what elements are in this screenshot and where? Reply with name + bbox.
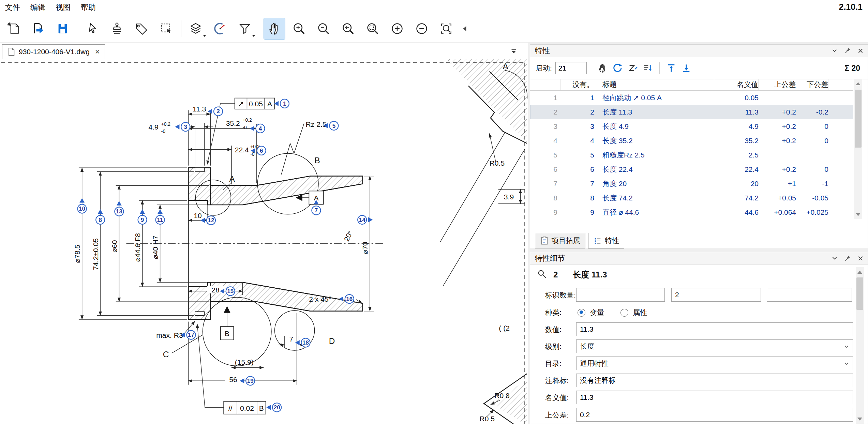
move-top-button[interactable] <box>664 61 679 76</box>
tab-close-icon[interactable]: × <box>95 48 100 56</box>
close-icon[interactable] <box>857 47 864 55</box>
gauge-tool-button[interactable] <box>209 18 231 40</box>
balloon-8[interactable]: 8 <box>96 209 105 224</box>
new-document-button[interactable] <box>3 18 25 40</box>
refresh-button[interactable] <box>610 61 625 76</box>
table-row[interactable]: 66长度 22.422.4+0.20 <box>530 162 853 177</box>
zoom-fit-button[interactable] <box>435 18 457 40</box>
tab-list-dropdown-button[interactable] <box>509 47 518 57</box>
scroll-up-icon[interactable] <box>856 267 864 277</box>
select-cursor-button[interactable] <box>81 18 103 40</box>
col-lower[interactable]: 下公差 <box>796 79 828 90</box>
balloon-20[interactable]: 20 <box>266 403 281 412</box>
pan-tool-button[interactable] <box>264 18 285 40</box>
table-row[interactable]: 11径向跳动 ↗ 0.05 A0.05 <box>530 91 853 105</box>
drawing-canvas[interactable]: A B C D A B ↗ 0.05 A // <box>0 59 528 424</box>
balloon-18[interactable]: 18 <box>295 338 310 347</box>
row-upper: +0.064 <box>759 205 796 219</box>
menu-view[interactable]: 视图 <box>50 1 76 14</box>
table-row[interactable]: 44长度 35.235.2+0.20 <box>530 134 853 148</box>
zoom-previous-button[interactable] <box>337 18 359 40</box>
balloon-9[interactable]: 9 <box>138 209 147 224</box>
tab-project-extension[interactable]: 项目拓展 <box>535 233 585 248</box>
tab-characteristics[interactable]: 特性 <box>588 233 624 248</box>
balloon-2[interactable]: 2 <box>208 107 223 116</box>
layers-button[interactable] <box>185 18 207 40</box>
row-no: 1 <box>561 91 598 105</box>
table-row-selected[interactable]: 22长度 11.311.3+0.2-0.2 <box>530 105 853 119</box>
col-title[interactable]: 标题 <box>598 79 714 90</box>
id-count-input-1[interactable] <box>576 288 665 302</box>
field-label: 数值: <box>545 325 562 334</box>
right-dock: 特性 启动: <box>528 43 868 424</box>
svg-text:15: 15 <box>227 288 234 294</box>
marquee-select-button[interactable] <box>155 18 177 40</box>
zoom-window-button[interactable] <box>362 18 384 40</box>
toolbar-overflow-button[interactable] <box>460 18 469 40</box>
balloon-4[interactable]: 4 <box>250 124 265 133</box>
annotation-input[interactable] <box>576 374 853 387</box>
tag-tool-button[interactable] <box>131 18 152 40</box>
balloon-12[interactable]: 12 <box>200 216 215 225</box>
balloon-13[interactable]: 13 <box>115 201 123 216</box>
document-tab[interactable]: 930-1200-406-V1.dwg × <box>2 44 105 59</box>
scroll-down-icon[interactable] <box>856 414 864 424</box>
scroll-down-icon[interactable] <box>854 210 862 219</box>
balloon-3[interactable]: 3 <box>175 122 190 131</box>
rename-tool-button[interactable] <box>625 61 640 76</box>
decrease-button[interactable] <box>411 18 433 40</box>
attribute-radio[interactable] <box>620 309 628 317</box>
col-no[interactable]: 没有。 <box>561 79 598 90</box>
filter-button[interactable] <box>234 18 256 40</box>
item-number: 2 <box>553 270 558 279</box>
row-no: 3 <box>561 119 598 134</box>
balloon-14[interactable]: 14 <box>358 215 373 224</box>
nominal-input[interactable] <box>576 391 853 404</box>
balloon-10[interactable]: 10 <box>78 198 87 213</box>
pin-icon[interactable] <box>844 47 851 55</box>
scrollbar-thumb[interactable] <box>855 90 862 148</box>
increase-button[interactable] <box>386 18 408 40</box>
attribute-radio-label[interactable]: 属性 <box>633 308 647 316</box>
table-row[interactable]: 88长度 74.274.2+0.05-0.05 <box>530 191 853 205</box>
balloon-19[interactable]: 19 <box>240 376 255 385</box>
zoom-in-button[interactable] <box>288 18 310 40</box>
save-button[interactable] <box>52 18 74 40</box>
scroll-up-icon[interactable] <box>854 79 862 88</box>
pin-icon[interactable] <box>844 255 851 262</box>
upper-tol-input[interactable] <box>576 408 853 422</box>
scrollbar-thumb[interactable] <box>856 277 863 310</box>
stamp-tool-button[interactable] <box>106 18 128 40</box>
variable-radio[interactable] <box>578 309 585 317</box>
pan-tool-small-button[interactable] <box>595 61 610 76</box>
table-row[interactable]: 55粗糙度Rz 2.52.5 <box>530 148 853 162</box>
zoom-out-button[interactable] <box>313 18 334 40</box>
open-document-button[interactable] <box>27 18 49 40</box>
col-upper[interactable]: 上公差 <box>759 79 796 90</box>
table-row[interactable]: 77角度 2020+1-1 <box>530 177 853 191</box>
balloon-11[interactable]: 11 <box>156 209 165 224</box>
id-count-input-3[interactable] <box>767 288 852 302</box>
details-scrollbar[interactable] <box>856 267 864 424</box>
table-row[interactable]: 33长度 4.94.9+0.20 <box>530 119 853 134</box>
table-scrollbar[interactable] <box>854 79 862 219</box>
chevron-down-icon[interactable] <box>831 47 838 55</box>
balloon-1[interactable]: 1 <box>274 99 289 108</box>
chevron-down-icon[interactable] <box>831 255 838 262</box>
level-select[interactable]: 长度 <box>576 339 853 353</box>
menu-help[interactable]: 帮助 <box>76 1 101 14</box>
field-upper-tol: 上公差: <box>545 408 853 422</box>
col-nominal[interactable]: 名义值 <box>714 79 759 90</box>
menu-edit[interactable]: 编辑 <box>25 1 50 14</box>
menu-file[interactable]: 文件 <box>0 1 25 14</box>
move-bottom-button[interactable] <box>679 61 694 76</box>
table-row[interactable]: 99直径 ⌀ 44.644.6+0.064+0.025 <box>530 205 853 219</box>
row-title: 长度 4.9 <box>598 119 714 134</box>
start-input[interactable] <box>555 62 587 74</box>
id-count-input-2[interactable] <box>671 288 761 302</box>
close-icon[interactable] <box>857 255 864 262</box>
value-input[interactable] <box>576 322 853 336</box>
variable-radio-label[interactable]: 变量 <box>590 308 604 316</box>
apply-list-button[interactable] <box>640 61 655 76</box>
catalog-select[interactable]: 通用特性 <box>576 357 853 370</box>
